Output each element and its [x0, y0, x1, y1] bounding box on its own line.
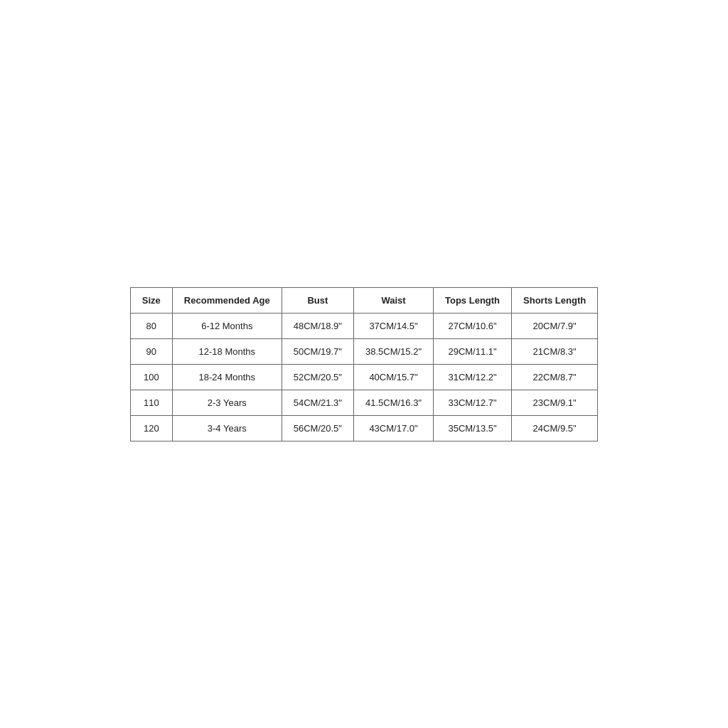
cell-row4-col2: 56CM/20.5" [282, 415, 353, 441]
cell-row4-col5: 24CM/9.5" [512, 415, 598, 441]
table-container: Size Recommended Age Bust Waist Tops Len… [0, 0, 728, 728]
cell-row3-col4: 33CM/12.7" [434, 390, 512, 415]
header-waist: Waist [353, 287, 433, 313]
cell-row2-col3: 40CM/15.7" [353, 364, 433, 390]
table-header-row: Size Recommended Age Bust Waist Tops Len… [130, 287, 597, 313]
header-tops-length: Tops Length [434, 287, 512, 313]
cell-row1-col3: 38.5CM/15.2" [353, 338, 433, 364]
cell-row2-col2: 52CM/20.5" [282, 364, 353, 390]
cell-row0-col4: 27CM/10.6" [434, 313, 512, 338]
cell-row3-col5: 23CM/9.1" [512, 390, 598, 415]
cell-row2-col0: 100 [130, 364, 172, 390]
cell-row3-col2: 54CM/21.3" [282, 390, 353, 415]
cell-row4-col1: 3-4 Years [172, 415, 282, 441]
cell-row4-col0: 120 [130, 415, 172, 441]
header-shorts-length: Shorts Length [512, 287, 598, 313]
table-row: 806-12 Months48CM/18.9"37CM/14.5"27CM/10… [130, 313, 597, 338]
header-recommended-age: Recommended Age [172, 287, 282, 313]
cell-row4-col3: 43CM/17.0" [353, 415, 433, 441]
cell-row0-col1: 6-12 Months [172, 313, 282, 338]
size-chart-table: Size Recommended Age Bust Waist Tops Len… [130, 287, 598, 441]
table-row: 10018-24 Months52CM/20.5"40CM/15.7"31CM/… [130, 364, 597, 390]
header-size: Size [130, 287, 172, 313]
cell-row2-col1: 18-24 Months [172, 364, 282, 390]
cell-row3-col3: 41.5CM/16.3" [353, 390, 433, 415]
table-row: 1102-3 Years54CM/21.3"41.5CM/16.3"33CM/1… [130, 390, 597, 415]
cell-row0-col0: 80 [130, 313, 172, 338]
cell-row3-col0: 110 [130, 390, 172, 415]
cell-row4-col4: 35CM/13.5" [434, 415, 512, 441]
cell-row1-col5: 21CM/8.3" [512, 338, 598, 364]
cell-row3-col1: 2-3 Years [172, 390, 282, 415]
header-bust: Bust [282, 287, 353, 313]
cell-row0-col5: 20CM/7.9" [512, 313, 598, 338]
table-row: 1203-4 Years56CM/20.5"43CM/17.0"35CM/13.… [130, 415, 597, 441]
cell-row1-col4: 29CM/11.1" [434, 338, 512, 364]
cell-row1-col0: 90 [130, 338, 172, 364]
cell-row2-col5: 22CM/8.7" [512, 364, 598, 390]
cell-row1-col2: 50CM/19.7" [282, 338, 353, 364]
cell-row1-col1: 12-18 Months [172, 338, 282, 364]
cell-row0-col2: 48CM/18.9" [282, 313, 353, 338]
cell-row2-col4: 31CM/12.2" [434, 364, 512, 390]
cell-row0-col3: 37CM/14.5" [353, 313, 433, 338]
table-row: 9012-18 Months50CM/19.7"38.5CM/15.2"29CM… [130, 338, 597, 364]
